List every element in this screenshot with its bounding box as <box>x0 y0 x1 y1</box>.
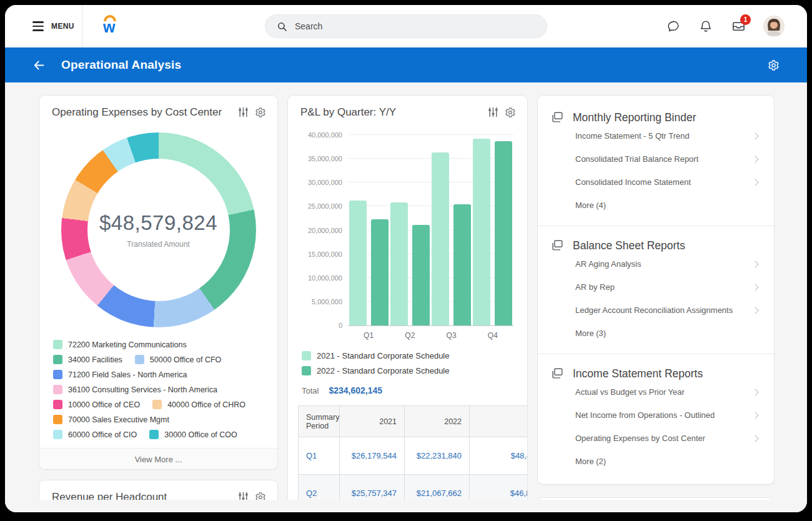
report-link-label: Consolidated Trial Balance Report <box>575 154 698 164</box>
x-axis-label: Q4 <box>472 331 513 340</box>
period-link[interactable]: Q2 <box>299 475 340 500</box>
revenue-card: Revenue per Headcount <box>39 480 278 500</box>
report-section-title-row: Monthly Reporting Binder <box>550 111 761 124</box>
donut-center-label: Translated Amount <box>127 240 189 249</box>
amount-link[interactable]: $48,411,384 <box>470 437 528 475</box>
bar[interactable] <box>371 219 389 325</box>
page-settings-gear-icon[interactable] <box>768 59 780 71</box>
pnl-card-title: P&L by Quarter: Y/Y <box>300 106 396 119</box>
report-link[interactable]: AR Aging Analysis <box>574 252 761 275</box>
report-link[interactable]: Income Statement - 5 Qtr Trend <box>574 124 761 147</box>
workday-logo[interactable]: w <box>101 14 122 38</box>
donut-chart[interactable]: $48,579,824 Translated Amount <box>61 132 256 327</box>
bar[interactable] <box>349 201 367 325</box>
report-link-label: Ledger Account Reconciliation Assignment… <box>575 305 733 315</box>
menu-button[interactable]: MENU <box>5 21 82 31</box>
amount-link[interactable]: $25,757,347 <box>340 475 405 500</box>
chevron-right-icon <box>751 260 758 267</box>
amount-link[interactable]: $26,179,544 <box>340 437 405 475</box>
bar[interactable] <box>453 204 471 325</box>
back-button[interactable] <box>32 57 47 72</box>
bar-chart-legend: 2021 - Standard Corporate Schedule2022 -… <box>288 340 527 375</box>
legend-label: 71200 Field Sales - North America <box>68 370 187 379</box>
total-value[interactable]: $234,602,145 <box>329 385 382 395</box>
more-link[interactable]: More (4) <box>574 194 761 217</box>
legend-swatch <box>53 355 62 364</box>
report-section: Income Statement ReportsActual vs Budget… <box>538 354 774 482</box>
opex-card-title: Operating Expenses by Cost Center <box>52 106 222 119</box>
report-link-label: Actual vs Budget vs Prior Year <box>575 387 685 397</box>
period-link[interactable]: Q1 <box>299 437 340 475</box>
report-link[interactable]: Operating Expenses by Cost Center <box>574 427 761 450</box>
card-settings-gear-icon[interactable] <box>505 107 516 118</box>
report-link-label: Consolidated Income Statement <box>575 177 691 187</box>
amount-link[interactable]: $46,825,009 <box>470 475 528 500</box>
chat-button[interactable] <box>666 19 681 34</box>
y-axis-tick: 0 <box>339 322 342 329</box>
y-axis-tick: 10,000,000 <box>308 274 342 282</box>
report-link-label: AR by Rep <box>575 282 615 292</box>
bar-legend-item: 2021 - Standard Corporate Schedule <box>302 351 527 360</box>
donut-legend-item: 72200 Marketing Communications <box>53 340 187 349</box>
legend-label: 40000 Office of CHRO <box>167 400 245 409</box>
search-input[interactable]: Search <box>265 14 547 38</box>
more-link[interactable]: More (2) <box>574 450 761 473</box>
table-header-cell: Total <box>470 406 528 437</box>
bar-legend-item: 2022 - Standard Corporate Schedule <box>302 366 527 375</box>
legend-label: 30000 Office of COO <box>164 430 237 439</box>
report-section-title: Balance Sheet Reports <box>573 239 685 252</box>
report-link[interactable]: Consolidated Trial Balance Report <box>574 147 761 171</box>
chevron-right-icon <box>751 389 758 395</box>
report-link[interactable]: AR by Rep <box>574 275 761 299</box>
inbox-tray-button[interactable]: 1 <box>731 19 746 34</box>
legend-label: 50000 Office of CFO <box>150 355 221 364</box>
bar[interactable] <box>495 141 512 325</box>
card-settings-gear-icon[interactable] <box>255 107 266 118</box>
donut-center: $48,579,824 Translated Amount <box>87 159 230 301</box>
bar-group <box>431 152 472 325</box>
chevron-right-icon <box>751 435 758 442</box>
more-link[interactable]: More (3) <box>574 322 761 345</box>
hamburger-icon <box>32 21 44 31</box>
more-link-label: More (3) <box>575 329 606 338</box>
avatar[interactable] <box>763 16 785 37</box>
more-link-label: More (4) <box>575 201 606 210</box>
legend-label: 2021 - Standard Corporate Schedule <box>317 351 449 360</box>
legend-label: 72200 Marketing Communications <box>68 340 187 349</box>
donut-legend-item: 30000 Office of COO <box>149 430 237 439</box>
legend-label: 70000 Sales Executive Mgmt <box>68 415 169 424</box>
bar[interactable] <box>432 152 449 325</box>
bar[interactable] <box>473 139 490 325</box>
report-link[interactable]: Net Income from Operations - Outlined <box>574 404 761 427</box>
binder-icon <box>550 239 564 252</box>
filter-sliders-icon[interactable] <box>488 107 498 118</box>
legend-swatch <box>302 366 311 375</box>
menu-label: MENU <box>51 22 74 31</box>
search-icon <box>277 21 287 32</box>
pnl-table: Summary Period20212022TotalQ1$26,179,544… <box>298 405 528 500</box>
bar[interactable] <box>390 202 408 325</box>
report-link-label: Income Statement - 5 Qtr Trend <box>575 131 690 141</box>
legend-swatch <box>53 385 62 394</box>
binder-icon <box>550 367 564 380</box>
donut-legend: 72200 Marketing Communications34000 Faci… <box>39 327 277 448</box>
report-link[interactable]: Actual vs Budget vs Prior Year <box>574 380 761 404</box>
legend-swatch <box>149 430 159 439</box>
filter-sliders-icon[interactable] <box>238 492 249 500</box>
y-axis-tick: 30,000,000 <box>308 179 342 186</box>
filter-sliders-icon[interactable] <box>238 107 249 118</box>
bar-chart[interactable]: 05,000,00010,000,00015,000,00020,000,000… <box>348 135 513 326</box>
bar[interactable] <box>412 225 430 325</box>
amount-link[interactable]: $22,231,840 <box>405 437 470 475</box>
view-more-button[interactable]: View More ... <box>39 448 277 470</box>
y-axis-tick: 20,000,000 <box>308 227 342 234</box>
report-section-title-row: Balance Sheet Reports <box>550 239 761 252</box>
report-link[interactable]: Consolidated Income Statement <box>574 171 761 194</box>
table-header-cell: 2022 <box>405 406 470 437</box>
card-settings-gear-icon[interactable] <box>255 492 266 500</box>
report-section: Monthly Reporting BinderIncome Statement… <box>538 98 774 226</box>
opex-card: Operating Expenses by Cost Center $48,57 <box>39 95 278 470</box>
amount-link[interactable]: $21,067,662 <box>405 475 470 500</box>
notifications-bell-button[interactable] <box>698 19 713 34</box>
report-link[interactable]: Ledger Account Reconciliation Assignment… <box>574 299 761 322</box>
